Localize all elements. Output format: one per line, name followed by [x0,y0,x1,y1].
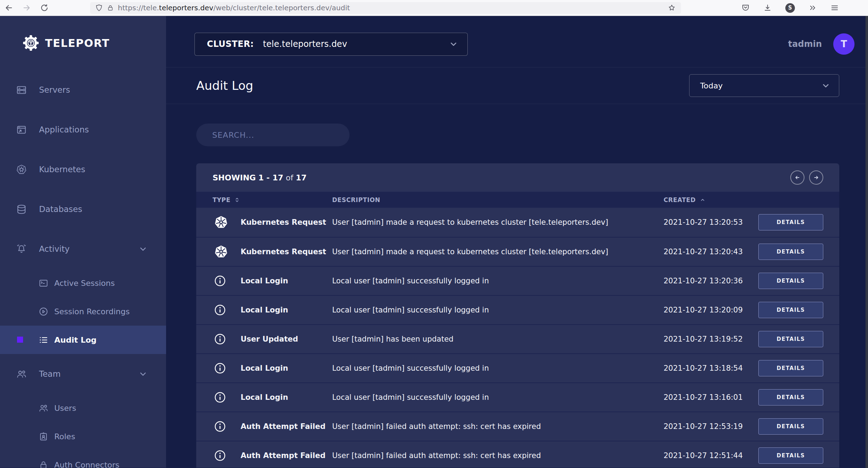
event-created: 2021-10-27 13:19:52 [664,335,758,343]
session-recordings-icon [38,306,49,317]
event-created: 2021-10-27 13:20:53 [664,218,758,227]
browser-forward-button[interactable] [21,2,33,14]
databases-icon [16,204,27,215]
bookmark-star-icon[interactable] [667,2,677,14]
event-created: 2021-10-27 13:18:54 [664,364,758,372]
downloads-icon[interactable] [763,2,772,14]
extension-badge[interactable]: S [785,3,795,13]
table-row: Local Login Local user [tadmin] successf… [196,382,839,412]
browser-reload-button[interactable] [38,2,50,14]
audit-log-icon [38,335,49,345]
event-description: Local user [tadmin] successfully logged … [332,306,664,314]
activity-icon [16,244,27,255]
cluster-bar: CLUSTER: tele.teleporters.dev tadmin T [166,16,868,67]
event-description: User [tadmin] made a request to kubernet… [332,247,664,256]
active-sessions-icon [38,278,49,288]
event-type: Local Login [241,364,332,372]
details-button[interactable]: DETAILS [758,214,823,230]
event-created: 2021-10-27 13:20:36 [664,277,758,285]
details-button[interactable]: DETAILS [758,360,823,376]
cluster-select[interactable]: CLUSTER: tele.teleporters.dev [194,33,468,56]
main-area: CLUSTER: tele.teleporters.dev tadmin T A… [166,16,868,468]
applications-icon [16,124,27,135]
event-description: User [tadmin] has been updated [332,335,664,343]
table-row: Kubernetes Request User [tadmin] made a … [196,208,839,237]
date-range-value: Today [700,81,821,90]
sidebar-item-label: Auth Connectors [54,461,120,468]
browser-back-button[interactable] [3,2,15,14]
event-description: User [tadmin] failed auth attempt: ssh: … [332,422,664,431]
roles-icon [38,431,49,442]
sidebar-item-activity[interactable]: Activity [0,229,166,269]
sidebar-item-users[interactable]: Users [0,394,166,422]
overflow-chevrons-icon[interactable] [808,2,817,14]
search-input[interactable] [196,124,350,146]
sidebar: TELEPORT Servers Applications Kubernetes… [0,16,166,468]
details-button[interactable]: DETAILS [758,244,823,260]
event-type: Local Login [241,393,332,402]
column-header-description[interactable]: DESCRIPTION [332,196,664,203]
details-button[interactable]: DETAILS [758,389,823,406]
active-item-marker [17,337,23,343]
event-description: Local user [tadmin] successfully logged … [332,393,664,402]
next-page-button[interactable] [809,170,823,185]
sidebar-item-session-recordings[interactable]: Session Recordings [0,297,166,326]
event-created: 2021-10-27 12:51:44 [664,451,758,460]
sidebar-item-active-sessions[interactable]: Active Sessions [0,269,166,297]
pocket-icon[interactable] [741,2,750,14]
date-range-select[interactable]: Today [689,74,839,97]
details-button[interactable]: DETAILS [758,418,823,435]
sidebar-item-label: Kubernetes [39,165,85,174]
chevron-down-icon [821,81,830,90]
browser-address-bar[interactable]: https://tele.teleporters.dev/web/cluster… [90,2,681,14]
servers-icon [16,85,27,96]
table-header-row: TYPE DESCRIPTION CREATED [196,192,839,208]
info-icon [214,304,226,316]
sidebar-item-kubernetes[interactable]: Kubernetes [0,149,166,189]
details-button[interactable]: DETAILS [758,331,823,347]
event-description: User [tadmin] failed auth attempt: ssh: … [332,451,664,460]
info-icon [196,304,241,316]
sidebar-item-team[interactable]: Team [0,354,166,394]
forward-arrow-icon [22,3,31,12]
details-button[interactable]: DETAILS [758,302,823,318]
sidebar-item-audit-log[interactable]: Audit Log [0,326,166,354]
sidebar-item-applications[interactable]: Applications [0,110,166,149]
info-icon [214,333,226,345]
tracking-protection-shield-icon[interactable] [95,4,103,12]
sidebar-item-label: Team [39,369,61,379]
table-row: Local Login Local user [tadmin] successf… [196,266,839,295]
info-icon [214,362,226,375]
sidebar-item-auth-connectors[interactable]: Auth Connectors [0,451,166,468]
column-header-created[interactable]: CREATED [664,196,839,203]
event-created: 2021-10-27 13:16:01 [664,393,758,402]
sidebar-item-label: Applications [39,125,89,134]
content-area: SHOWING 1 - 17 of 17 TYPE [166,104,868,468]
hamburger-menu-icon[interactable] [830,2,839,14]
back-arrow-icon [4,3,13,12]
column-header-type[interactable]: TYPE [196,196,332,203]
sidebar-item-label: Session Recordings [54,307,130,316]
event-created: 2021-10-27 12:53:19 [664,422,758,431]
sidebar-item-label: Users [54,404,76,413]
lock-icon[interactable] [107,4,114,11]
sidebar-item-label: Audit Log [54,336,97,344]
showing-text: SHOWING 1 - 17 of 17 [213,173,307,182]
sidebar-item-roles[interactable]: Roles [0,422,166,451]
details-button[interactable]: DETAILS [758,273,823,289]
info-icon [196,274,241,287]
info-icon [196,391,241,404]
page-scrollbar[interactable] [866,16,868,468]
prev-page-button[interactable] [790,170,804,185]
event-description: Local user [tadmin] successfully logged … [332,364,664,372]
teleport-logo[interactable]: TELEPORT [0,16,166,70]
sidebar-item-databases[interactable]: Databases [0,189,166,229]
avatar[interactable]: T [833,33,855,55]
details-button[interactable]: DETAILS [758,447,823,464]
browser-extension-area: S [741,2,839,14]
event-description: Local user [tadmin] successfully logged … [332,277,664,285]
username: tadmin [788,39,822,49]
arrow-right-icon [812,174,820,181]
event-type: Kubernetes Request [241,218,332,227]
sidebar-item-servers[interactable]: Servers [0,70,166,110]
